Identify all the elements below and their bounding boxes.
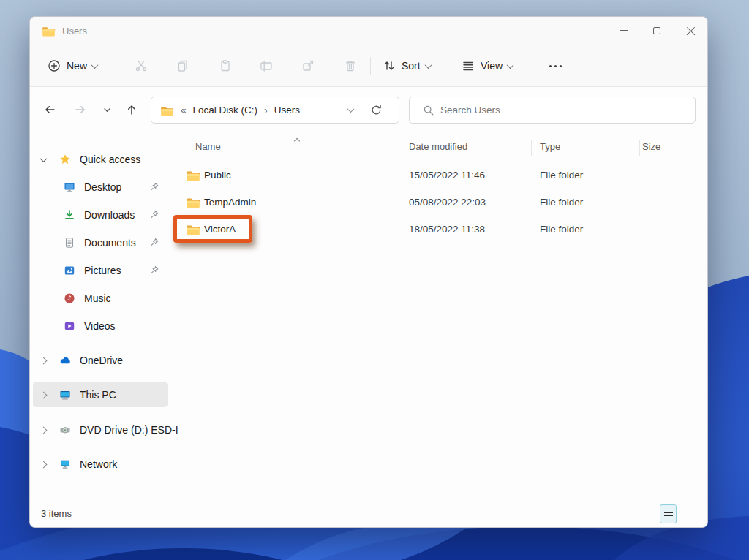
pin-icon	[150, 210, 160, 220]
toolbar-divider	[118, 57, 118, 75]
address-dropdown-icon[interactable]	[347, 105, 355, 113]
sidebar-item-documents[interactable]: Documents	[33, 230, 168, 255]
file-row-tempadmin[interactable]: TempAdmin 05/08/2022 22:03 File folder	[170, 190, 708, 215]
rename-button[interactable]	[252, 53, 281, 79]
window-title: Users	[62, 26, 87, 37]
chevron-down-icon[interactable]	[40, 155, 48, 162]
thumbnails-view-toggle[interactable]	[680, 504, 697, 523]
breadcrumb-overflow[interactable]: «	[181, 105, 187, 116]
search-box[interactable]	[409, 97, 696, 124]
sidebar-item-music[interactable]: ♪ Music	[33, 286, 168, 311]
delete-button[interactable]	[336, 53, 365, 79]
toolbar-divider	[370, 57, 371, 75]
column-header-size[interactable]: Size	[642, 141, 660, 152]
chevron-down-icon	[507, 61, 514, 69]
close-button[interactable]	[674, 17, 707, 45]
folder-icon	[186, 169, 200, 181]
view-button[interactable]: View	[462, 53, 513, 79]
breadcrumb-current[interactable]: Users	[274, 105, 300, 116]
column-divider[interactable]	[531, 140, 532, 156]
column-header-date-modified[interactable]: Date modified	[409, 141, 467, 152]
cut-button[interactable]	[127, 53, 156, 79]
column-divider[interactable]	[639, 140, 640, 156]
file-type: File folder	[540, 170, 583, 181]
navigation-bar: « Local Disk (C:) › Users	[30, 87, 707, 132]
sidebar-item-pictures[interactable]: Pictures	[33, 258, 168, 283]
view-icon	[462, 59, 475, 72]
sort-button[interactable]: Sort	[383, 53, 431, 79]
folder-icon	[186, 196, 200, 208]
up-button[interactable]	[121, 98, 143, 121]
new-button-label: New	[67, 60, 87, 72]
pin-icon	[150, 182, 160, 192]
back-button[interactable]	[39, 98, 61, 121]
breadcrumb-separator: ›	[257, 105, 274, 116]
new-button[interactable]: New	[48, 53, 97, 79]
computer-icon	[59, 389, 71, 401]
minimize-button[interactable]	[606, 17, 640, 45]
sidebar-item-label: Pictures	[84, 265, 121, 276]
file-list-pane: Name Date modified Type Size Public 15/0…	[170, 132, 708, 502]
details-view-toggle[interactable]	[660, 504, 677, 523]
file-row-victora[interactable]: VictorA 18/05/2022 11:38 File folder	[170, 217, 708, 242]
navigation-pane: Quick access Desktop Downloads	[30, 132, 170, 502]
folder-icon	[186, 223, 200, 235]
sidebar-item-label: This PC	[80, 389, 116, 401]
sort-ascending-icon	[294, 138, 300, 144]
details-view-icon	[664, 510, 673, 518]
breadcrumb-root[interactable]: Local Disk (C:)	[193, 105, 258, 116]
sidebar-item-downloads[interactable]: Downloads	[33, 203, 168, 227]
star-icon	[59, 154, 71, 165]
pin-icon	[150, 238, 160, 248]
chevron-right-icon[interactable]	[40, 391, 48, 398]
plus-circle-icon	[48, 59, 61, 72]
document-icon	[64, 237, 75, 249]
sidebar-item-dvd-drive[interactable]: DVD Drive (D:) ESD-I	[33, 417, 168, 442]
network-icon	[59, 458, 71, 470]
copy-button[interactable]	[168, 53, 197, 79]
column-divider[interactable]	[696, 140, 696, 156]
file-date-modified: 05/08/2022 22:03	[409, 197, 486, 208]
window-body: Quick access Desktop Downloads	[30, 132, 707, 502]
refresh-icon[interactable]	[370, 104, 383, 116]
svg-text:♪: ♪	[67, 294, 72, 302]
file-row-public[interactable]: Public 15/05/2022 11:46 File folder	[170, 163, 708, 188]
paste-button[interactable]	[211, 53, 240, 79]
folder-icon	[42, 25, 56, 37]
file-name[interactable]: VictorA	[204, 224, 236, 235]
more-options-button[interactable]	[541, 53, 570, 79]
maximize-icon	[653, 27, 660, 34]
search-input[interactable]	[440, 105, 652, 116]
column-divider[interactable]	[402, 140, 402, 156]
recent-locations-button[interactable]	[96, 98, 118, 121]
address-bar[interactable]: « Local Disk (C:) › Users	[151, 97, 399, 124]
file-type: File folder	[540, 224, 583, 235]
file-name[interactable]: Public	[204, 170, 231, 181]
forward-button[interactable]	[69, 98, 91, 121]
chevron-right-icon[interactable]	[40, 461, 48, 468]
sidebar-item-label: Downloads	[84, 209, 135, 221]
file-type: File folder	[540, 197, 583, 208]
sidebar-item-network[interactable]: Network	[33, 452, 168, 477]
sidebar-item-videos[interactable]: Videos	[33, 314, 168, 338]
search-icon	[423, 105, 434, 116]
sidebar-item-onedrive[interactable]: OneDrive	[33, 348, 168, 373]
rename-icon	[259, 58, 274, 73]
chevron-right-icon[interactable]	[40, 357, 48, 364]
file-name[interactable]: TempAdmin	[204, 197, 256, 208]
chevron-down-icon	[424, 61, 432, 69]
videos-icon	[64, 320, 75, 332]
maximize-button[interactable]	[640, 17, 674, 45]
column-header-name[interactable]: Name	[195, 141, 221, 152]
file-date-modified: 18/05/2022 11:38	[409, 224, 485, 235]
share-button[interactable]	[293, 53, 323, 79]
column-header-type[interactable]: Type	[540, 141, 560, 152]
trash-icon	[343, 58, 358, 73]
copy-icon	[176, 58, 190, 73]
sidebar-item-quick-access[interactable]: Quick access	[33, 147, 168, 172]
title-bar: Users	[30, 17, 707, 45]
up-arrow-icon	[125, 103, 138, 116]
chevron-right-icon[interactable]	[40, 426, 48, 434]
sidebar-item-this-pc[interactable]: This PC	[33, 382, 168, 407]
sidebar-item-desktop[interactable]: Desktop	[33, 175, 168, 200]
